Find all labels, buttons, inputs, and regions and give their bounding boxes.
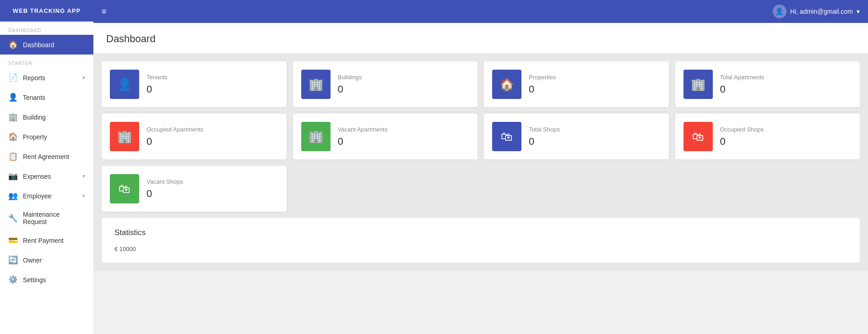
properties-stat-icon: 🏠 (499, 77, 514, 92)
vacant-shops-stat-icon: 🛍 (119, 182, 130, 196)
card-occupied-shops-icon-box: 🛍 (684, 122, 713, 151)
sidebar-label-rent-agreement: Rent Agreement (23, 153, 69, 160)
sidebar-label-dashboard: Dashboard (23, 41, 54, 49)
settings-icon: ⚙️ (8, 275, 17, 285)
property-icon: 🏠 (8, 132, 17, 142)
card-total-apartments-label: Total Apartments (720, 74, 765, 81)
sidebar-label-reports: Reports (23, 74, 45, 82)
employee-icon: 👥 (8, 191, 17, 201)
user-avatar: 👤 (773, 5, 787, 18)
card-total-shops-icon-box: 🛍 (492, 122, 521, 151)
card-occupied-apartments-value: 0 (146, 136, 203, 148)
sidebar-item-employee[interactable]: 👥 Employee ▾ (0, 186, 93, 206)
card-occupied-apartments-info: Occupied Apartments 0 (146, 126, 203, 148)
user-dropdown-icon: ▾ (857, 8, 860, 15)
card-tenants-label: Tenants (146, 74, 168, 81)
card-vacant-apartments-value: 0 (338, 136, 388, 148)
buildings-stat-icon: 🏢 (309, 77, 323, 92)
sidebar-item-reports[interactable]: 📄 Reports ▾ (0, 68, 93, 88)
sidebar-label-tenants: Tenants (23, 94, 45, 101)
user-menu[interactable]: 👤 Hi, admin@gmail.com ▾ (773, 5, 860, 18)
sidebar-item-property[interactable]: 🏠 Property (0, 127, 93, 147)
sidebar-label-rent-payment: Rent Payment (23, 237, 64, 244)
card-buildings-label: Buildings (338, 74, 362, 81)
card-vacant-shops: 🛍 Vacant Shops 0 (102, 166, 287, 212)
statistics-section: Statistics € 10000 (102, 218, 860, 263)
card-occupied-apartments-label: Occupied Apartments (146, 126, 203, 133)
card-vacant-shops-icon-box: 🛍 (110, 174, 139, 203)
card-occupied-apartments-icon-box: 🏢 (110, 122, 139, 151)
card-buildings-value: 0 (338, 83, 362, 95)
sidebar-item-expenses[interactable]: 📷 Expenses ▾ (0, 166, 93, 186)
statistics-amount: € 10000 (114, 246, 847, 252)
card-total-shops: 🛍 Total Shops 0 (484, 114, 669, 159)
sidebar-section-starter: STARTER (0, 55, 93, 68)
card-vacant-apartments-icon-box: 🏢 (301, 122, 331, 151)
sidebar-item-maintenance[interactable]: 🔧 Maintenance Request (0, 206, 93, 230)
tenants-stat-icon: 👤 (117, 77, 132, 92)
sidebar-item-dashboard[interactable]: 🏠 Dashboard (0, 35, 93, 55)
building-icon: 🏢 (8, 112, 17, 122)
sidebar-item-rent-payment[interactable]: 💳 Rent Payment (0, 230, 93, 250)
sidebar-item-rent-agreement[interactable]: 📋 Rent Agreement (0, 147, 93, 166)
card-occupied-shops-label: Occupied Shops (720, 126, 764, 133)
card-occupied-shops-info: Occupied Shops 0 (720, 126, 764, 148)
card-total-apartments-value: 0 (720, 83, 765, 95)
card-properties-icon-box: 🏠 (492, 70, 521, 99)
employee-arrow-icon: ▾ (82, 193, 85, 199)
card-properties-value: 0 (529, 83, 556, 95)
sidebar: WEB TRACKING APP DASHBOARD 🏠 Dashboard S… (0, 0, 93, 334)
topbar: ≡ 👤 Hi, admin@gmail.com ▾ (93, 0, 868, 23)
card-total-shops-value: 0 (529, 136, 560, 148)
card-total-apartments-icon-box: 🏢 (684, 70, 713, 99)
sidebar-label-expenses: Expenses (23, 173, 51, 180)
occupied-apartments-stat-icon: 🏢 (117, 130, 132, 144)
dashboard-grid: 👤 Tenants 0 🏢 Buildings 0 (93, 53, 868, 271)
sidebar-item-owner[interactable]: 🔄 Owner (0, 250, 93, 270)
card-buildings-icon-box: 🏢 (301, 70, 331, 99)
rent-payment-icon: 💳 (8, 235, 17, 245)
stats-row-1: 👤 Tenants 0 🏢 Buildings 0 (102, 61, 860, 107)
card-vacant-apartments: 🏢 Vacant Apartments 0 (293, 114, 478, 159)
card-buildings: 🏢 Buildings 0 (293, 61, 478, 107)
menu-toggle-icon[interactable]: ≡ (102, 7, 107, 16)
page-title: Dashboard (106, 33, 156, 44)
sidebar-label-employee: Employee (23, 192, 51, 200)
stats-row-2: 🏢 Occupied Apartments 0 🏢 Vacant Apartme… (102, 114, 860, 159)
card-tenants-info: Tenants 0 (146, 74, 168, 95)
page-header: Dashboard (93, 23, 868, 53)
card-occupied-shops: 🛍 Occupied Shops 0 (675, 114, 860, 159)
rent-agreement-icon: 📋 (8, 152, 17, 161)
content-area: Dashboard 👤 Tenants 0 🏢 (93, 23, 868, 334)
statistics-title: Statistics (114, 228, 847, 237)
sidebar-label-building: Building (23, 114, 46, 121)
sidebar-label-maintenance: Maintenance Request (23, 211, 85, 225)
card-vacant-shops-info: Vacant Shops 0 (146, 178, 183, 200)
stats-row-3: 🛍 Vacant Shops 0 (102, 166, 860, 212)
user-label: Hi, admin@gmail.com (790, 8, 853, 15)
card-properties-info: Properties 0 (529, 74, 556, 95)
card-total-shops-info: Total Shops 0 (529, 126, 560, 148)
card-occupied-shops-value: 0 (720, 136, 764, 148)
total-apartments-stat-icon: 🏢 (691, 77, 705, 92)
sidebar-section-dashboard: DASHBOARD (0, 22, 93, 35)
card-properties: 🏠 Properties 0 (484, 61, 669, 107)
card-vacant-apartments-info: Vacant Apartments 0 (338, 126, 388, 148)
tenants-icon: 👤 (8, 93, 17, 102)
expenses-icon: 📷 (8, 171, 17, 181)
sidebar-item-settings[interactable]: ⚙️ Settings (0, 270, 93, 290)
expenses-arrow-icon: ▾ (82, 173, 85, 179)
card-tenants-value: 0 (146, 83, 168, 95)
main-area: ≡ 👤 Hi, admin@gmail.com ▾ Dashboard 👤 Te… (93, 0, 868, 334)
card-vacant-shops-value: 0 (146, 188, 183, 200)
sidebar-label-property: Property (23, 133, 47, 141)
dashboard-icon: 🏠 (8, 40, 17, 49)
card-occupied-apartments: 🏢 Occupied Apartments 0 (102, 114, 287, 159)
occupied-shops-stat-icon: 🛍 (692, 130, 704, 144)
reports-arrow-icon: ▾ (82, 75, 85, 81)
vacant-apartments-stat-icon: 🏢 (309, 130, 323, 144)
card-vacant-shops-label: Vacant Shops (146, 178, 183, 185)
sidebar-item-tenants[interactable]: 👤 Tenants (0, 88, 93, 107)
sidebar-item-building[interactable]: 🏢 Building (0, 107, 93, 127)
sidebar-label-owner: Owner (23, 257, 42, 264)
